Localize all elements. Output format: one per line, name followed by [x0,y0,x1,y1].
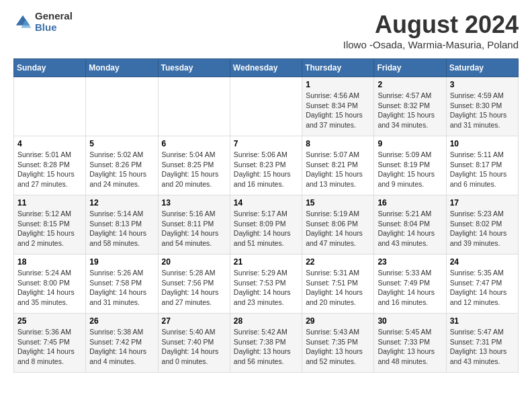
day-info: Sunrise: 5:28 AMSunset: 7:56 PMDaylight:… [162,268,226,308]
day-number: 16 [378,198,442,208]
day-info: Sunrise: 4:59 AMSunset: 8:30 PMDaylight:… [450,91,515,130]
day-info: Sunrise: 5:42 AMSunset: 7:38 PMDaylight:… [234,327,298,367]
header: General Blue August 2024 Ilowo -Osada, W… [13,11,519,50]
calendar-week-row: 11Sunrise: 5:12 AMSunset: 8:15 PMDayligh… [14,195,519,255]
day-number: 22 [306,257,370,267]
calendar-week-row: 18Sunrise: 5:24 AMSunset: 8:00 PMDayligh… [14,255,519,314]
day-number: 30 [378,316,442,326]
calendar-cell: 29Sunrise: 5:43 AMSunset: 7:35 PMDayligh… [302,314,374,373]
day-info: Sunrise: 5:36 AMSunset: 7:45 PMDaylight:… [17,327,82,367]
day-number: 12 [89,198,154,208]
calendar-cell: 2Sunrise: 4:57 AMSunset: 8:32 PMDaylight… [374,77,446,136]
calendar-cell: 23Sunrise: 5:33 AMSunset: 7:49 PMDayligh… [374,255,446,314]
day-number: 15 [306,198,370,208]
day-info: Sunrise: 5:17 AMSunset: 8:09 PMDaylight:… [234,209,298,248]
day-number: 20 [162,257,226,267]
day-number: 6 [162,139,226,148]
calendar-cell: 26Sunrise: 5:38 AMSunset: 7:42 PMDayligh… [86,314,158,373]
day-number: 29 [306,316,370,326]
calendar-cell [14,77,86,136]
calendar-cell: 11Sunrise: 5:12 AMSunset: 8:15 PMDayligh… [14,195,86,255]
calendar-title: August 2024 [343,11,519,39]
calendar-cell: 14Sunrise: 5:17 AMSunset: 8:09 PMDayligh… [230,195,302,255]
calendar-cell: 4Sunrise: 5:01 AMSunset: 8:28 PMDaylight… [14,136,86,195]
calendar-cell: 10Sunrise: 5:11 AMSunset: 8:17 PMDayligh… [446,136,518,195]
day-number: 27 [162,316,226,326]
day-info: Sunrise: 5:23 AMSunset: 8:02 PMDaylight:… [450,209,515,248]
weekday-header-monday: Monday [86,59,158,77]
weekday-header-sunday: Sunday [14,59,86,77]
calendar-cell: 12Sunrise: 5:14 AMSunset: 8:13 PMDayligh… [86,195,158,255]
day-number: 25 [17,316,82,326]
calendar-cell: 17Sunrise: 5:23 AMSunset: 8:02 PMDayligh… [446,195,518,255]
calendar-cell: 1Sunrise: 4:56 AMSunset: 8:34 PMDaylight… [302,77,374,136]
calendar-cell: 31Sunrise: 5:47 AMSunset: 7:31 PMDayligh… [446,314,518,373]
calendar-cell: 27Sunrise: 5:40 AMSunset: 7:40 PMDayligh… [158,314,230,373]
calendar-cell: 6Sunrise: 5:04 AMSunset: 8:25 PMDaylight… [158,136,230,195]
calendar-cell: 24Sunrise: 5:35 AMSunset: 7:47 PMDayligh… [446,255,518,314]
day-number: 5 [89,139,154,148]
day-number: 28 [234,316,298,326]
weekday-header-wednesday: Wednesday [230,59,302,77]
logo-icon [13,13,32,32]
calendar-week-row: 4Sunrise: 5:01 AMSunset: 8:28 PMDaylight… [14,136,519,195]
calendar-cell: 16Sunrise: 5:21 AMSunset: 8:04 PMDayligh… [374,195,446,255]
day-info: Sunrise: 5:14 AMSunset: 8:13 PMDaylight:… [89,209,154,248]
day-info: Sunrise: 5:09 AMSunset: 8:19 PMDaylight:… [378,150,442,189]
calendar-cell: 5Sunrise: 5:02 AMSunset: 8:26 PMDaylight… [86,136,158,195]
day-info: Sunrise: 5:01 AMSunset: 8:28 PMDaylight:… [17,150,82,189]
day-number: 10 [450,139,515,148]
day-number: 1 [306,80,370,89]
day-number: 26 [89,316,154,326]
logo-general-text: General [35,11,73,22]
day-info: Sunrise: 5:43 AMSunset: 7:35 PMDaylight:… [306,327,370,367]
calendar-cell: 21Sunrise: 5:29 AMSunset: 7:53 PMDayligh… [230,255,302,314]
day-number: 14 [234,198,298,208]
weekday-header-friday: Friday [374,59,446,77]
day-number: 21 [234,257,298,267]
day-info: Sunrise: 5:19 AMSunset: 8:06 PMDaylight:… [306,209,370,248]
calendar-cell: 9Sunrise: 5:09 AMSunset: 8:19 PMDaylight… [374,136,446,195]
day-info: Sunrise: 5:33 AMSunset: 7:49 PMDaylight:… [378,268,442,308]
calendar-cell: 3Sunrise: 4:59 AMSunset: 8:30 PMDaylight… [446,77,518,136]
day-info: Sunrise: 5:35 AMSunset: 7:47 PMDaylight:… [450,268,515,308]
day-info: Sunrise: 5:29 AMSunset: 7:53 PMDaylight:… [234,268,298,308]
day-info: Sunrise: 5:07 AMSunset: 8:21 PMDaylight:… [306,150,370,189]
calendar-cell: 30Sunrise: 5:45 AMSunset: 7:33 PMDayligh… [374,314,446,373]
calendar-table: SundayMondayTuesdayWednesdayThursdayFrid… [13,58,519,373]
day-number: 24 [450,257,515,267]
weekday-header-thursday: Thursday [302,59,374,77]
day-number: 7 [234,139,298,148]
day-number: 19 [89,257,154,267]
day-info: Sunrise: 5:38 AMSunset: 7:42 PMDaylight:… [89,327,154,367]
logo-blue-text: Blue [35,22,73,34]
calendar-cell: 20Sunrise: 5:28 AMSunset: 7:56 PMDayligh… [158,255,230,314]
day-number: 8 [306,139,370,148]
calendar-week-row: 1Sunrise: 4:56 AMSunset: 8:34 PMDaylight… [14,77,519,136]
day-info: Sunrise: 5:12 AMSunset: 8:15 PMDaylight:… [17,209,82,248]
calendar-subtitle: Ilowo -Osada, Warmia-Masuria, Poland [343,39,519,50]
day-info: Sunrise: 5:21 AMSunset: 8:04 PMDaylight:… [378,209,442,248]
calendar-week-row: 25Sunrise: 5:36 AMSunset: 7:45 PMDayligh… [14,314,519,373]
day-info: Sunrise: 5:06 AMSunset: 8:23 PMDaylight:… [234,150,298,189]
day-number: 9 [378,139,442,148]
weekday-header-row: SundayMondayTuesdayWednesdayThursdayFrid… [14,59,519,77]
day-info: Sunrise: 4:57 AMSunset: 8:32 PMDaylight:… [378,91,442,130]
calendar-cell [158,77,230,136]
day-info: Sunrise: 5:04 AMSunset: 8:25 PMDaylight:… [162,150,226,189]
calendar-cell: 22Sunrise: 5:31 AMSunset: 7:51 PMDayligh… [302,255,374,314]
calendar-cell: 7Sunrise: 5:06 AMSunset: 8:23 PMDaylight… [230,136,302,195]
day-number: 3 [450,80,515,89]
weekday-header-tuesday: Tuesday [158,59,230,77]
day-number: 23 [378,257,442,267]
calendar-cell: 18Sunrise: 5:24 AMSunset: 8:00 PMDayligh… [14,255,86,314]
day-number: 17 [450,198,515,208]
day-number: 13 [162,198,226,208]
day-info: Sunrise: 5:11 AMSunset: 8:17 PMDaylight:… [450,150,515,189]
title-area: August 2024 Ilowo -Osada, Warmia-Masuria… [343,11,519,50]
calendar-cell: 25Sunrise: 5:36 AMSunset: 7:45 PMDayligh… [14,314,86,373]
day-number: 2 [378,80,442,89]
calendar-cell [230,77,302,136]
calendar-cell: 19Sunrise: 5:26 AMSunset: 7:58 PMDayligh… [86,255,158,314]
day-number: 4 [17,139,82,148]
